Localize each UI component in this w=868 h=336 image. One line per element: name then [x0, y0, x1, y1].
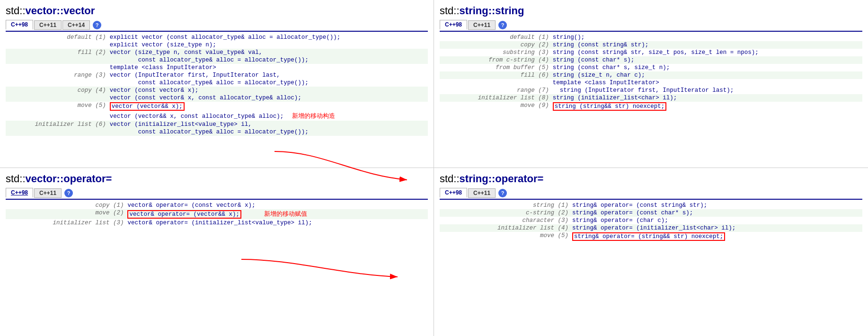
row-code: string (const char* s, size_t n);	[551, 64, 862, 71]
help-icon-vo[interactable]: ?	[64, 189, 73, 197]
title-bold: vector::operator=	[26, 173, 112, 185]
row-label: range (3)	[6, 71, 108, 79]
row-label	[6, 41, 108, 49]
row-code: string (InputIterator first, InputIterat…	[551, 87, 862, 94]
code-table-string-operator: string (1) string& operator= (const stri…	[440, 202, 862, 241]
row-label: copy (4)	[6, 87, 108, 94]
row-code: const allocator_type& alloc = allocator_…	[108, 128, 428, 136]
tab-cpp11-sc[interactable]: C++11	[468, 20, 496, 30]
row-code: vector (vector&& x);	[108, 102, 428, 111]
tab-cpp14-vc[interactable]: C++14	[62, 20, 90, 30]
tab-bar-string-constructor: C++98 C++11 ?	[440, 20, 862, 32]
table-row: default (1) explicit vector (const alloc…	[6, 34, 428, 41]
help-icon-so[interactable]: ?	[498, 189, 507, 197]
row-code: string& operator= (string&& str) noexcep…	[570, 232, 862, 241]
tab-cpp11-vc[interactable]: C++11	[34, 20, 62, 30]
row-code: vector (const vector& x);	[108, 87, 428, 94]
title-bold: string::string	[460, 5, 524, 17]
tab-cpp98-vo[interactable]: C++98	[6, 188, 33, 198]
table-row: template <class InputIterator>	[6, 64, 428, 71]
row-code: vector& operator= (vector&& x); 新增的移动赋值	[125, 209, 428, 219]
row-label: default (1)	[440, 34, 551, 41]
row-code: string (initializer_list<char> il);	[551, 94, 862, 102]
std-prefix: std::	[440, 173, 460, 185]
table-row: explicit vector (size_type n);	[6, 41, 428, 49]
table-row: const allocator_type& alloc = allocator_…	[6, 79, 428, 87]
row-label: move (5)	[6, 102, 108, 111]
row-code: vector& operator= (initializer_list<valu…	[125, 219, 428, 227]
row-label: range (7)	[440, 87, 551, 94]
table-row-move5: move (5) vector (vector&& x);	[6, 102, 428, 111]
row-code: const allocator_type& alloc = allocator_…	[108, 79, 428, 87]
table-row: initializer list (8) string (initializer…	[440, 94, 862, 102]
row-code: string& operator= (char c);	[570, 217, 862, 224]
table-row: substring (3) string (const string& str,…	[440, 49, 862, 56]
row-label	[6, 111, 108, 121]
table-row: range (3) vector (InputIterator first, I…	[6, 71, 428, 79]
row-label: copy (2)	[440, 41, 551, 49]
panel-title-vector-constructor: std::vector::vector	[6, 5, 428, 17]
row-label: initializer list (6)	[6, 121, 108, 128]
table-row: const allocator_type& alloc = allocator_…	[6, 128, 428, 136]
highlight-string-move-assign: string& operator= (string&& str) noexcep…	[572, 232, 725, 241]
row-label: string (1)	[440, 202, 570, 209]
page-container: std::vector::vector C++98 C++11 C++14 ? …	[0, 0, 868, 336]
tab-cpp98-sc[interactable]: C++98	[440, 20, 467, 30]
row-label: move (2)	[6, 209, 125, 219]
panel-vector-constructor: std::vector::vector C++98 C++11 C++14 ? …	[0, 0, 434, 168]
table-row: copy (1) vector& operator= (const vector…	[6, 202, 428, 209]
code-table-string-constructor: default (1) string(); copy (2) string (c…	[440, 34, 862, 111]
code-table-vector-constructor: default (1) explicit vector (const alloc…	[6, 34, 428, 136]
tab-cpp11-vo[interactable]: C++11	[34, 188, 62, 198]
row-label: fill (6)	[440, 71, 551, 79]
highlight-string-move-constructor: string (string&& str) noexcept;	[553, 102, 667, 111]
table-row-move2: move (2) vector& operator= (vector&& x);…	[6, 209, 428, 219]
std-prefix: std::	[440, 5, 460, 17]
row-label: initializer list (4)	[440, 224, 570, 232]
table-row: vector (const vector& x, const allocator…	[6, 94, 428, 102]
table-row: const allocator_type& alloc = allocator_…	[6, 56, 428, 64]
row-label: fill (2)	[6, 49, 108, 56]
row-code: template <class InputIterator>	[551, 79, 862, 87]
tab-cpp98-vc[interactable]: C++98	[6, 20, 33, 30]
tab-cpp98-so[interactable]: C++98	[440, 188, 467, 198]
row-code: string (const string& str);	[551, 41, 862, 49]
code-table-vector-operator: copy (1) vector& operator= (const vector…	[6, 202, 428, 227]
row-label: default (1)	[6, 34, 108, 41]
table-row: fill (2) vector (size_type n, const valu…	[6, 49, 428, 56]
panel-title-string-operator: std::string::operator=	[440, 173, 862, 185]
row-label: copy (1)	[6, 202, 125, 209]
table-row: copy (2) string (const string& str);	[440, 41, 862, 49]
help-icon-sc[interactable]: ?	[498, 21, 507, 29]
row-label	[6, 56, 108, 64]
row-code: string (string&& str) noexcept;	[551, 102, 862, 111]
title-bold: string::operator=	[460, 173, 544, 185]
row-label: character (3)	[440, 217, 570, 224]
row-code: string (size_t n, char c);	[551, 71, 862, 79]
row-code: vector (vector&& x, const allocator_type…	[108, 111, 428, 121]
row-label	[6, 79, 108, 87]
row-label: from c-string (4)	[440, 56, 551, 64]
row-code: string (const char* s);	[551, 56, 862, 64]
table-row: from c-string (4) string (const char* s)…	[440, 56, 862, 64]
help-icon-vc[interactable]: ?	[93, 21, 101, 29]
row-code: vector (const vector& x, const allocator…	[108, 94, 428, 102]
highlight-vector-move: vector (vector&& x);	[110, 102, 185, 111]
row-label	[6, 94, 108, 102]
table-row: fill (6) string (size_t n, char c);	[440, 71, 862, 79]
row-code: template <class InputIterator>	[108, 64, 428, 71]
row-code: vector (size_type n, const value_type& v…	[108, 49, 428, 56]
highlight-vector-move-assign: vector& operator= (vector&& x);	[127, 210, 241, 219]
table-row: c-string (2) string& operator= (const ch…	[440, 209, 862, 217]
table-row: string (1) string& operator= (const stri…	[440, 202, 862, 209]
tab-cpp11-so[interactable]: C++11	[468, 188, 496, 198]
table-row: initializer list (4) string& operator= (…	[440, 224, 862, 232]
table-row: template <class InputIterator>	[440, 79, 862, 87]
row-code: explicit vector (size_type n);	[108, 41, 428, 49]
table-row: default (1) string();	[440, 34, 862, 41]
std-prefix: std::	[6, 5, 26, 17]
panel-vector-operator: std::vector::operator= C++98 C++11 ? cop…	[0, 168, 434, 336]
row-label: move (9)	[440, 102, 551, 111]
row-code: string (const string& str, size_t pos, s…	[551, 49, 862, 56]
row-code: string();	[551, 34, 862, 41]
